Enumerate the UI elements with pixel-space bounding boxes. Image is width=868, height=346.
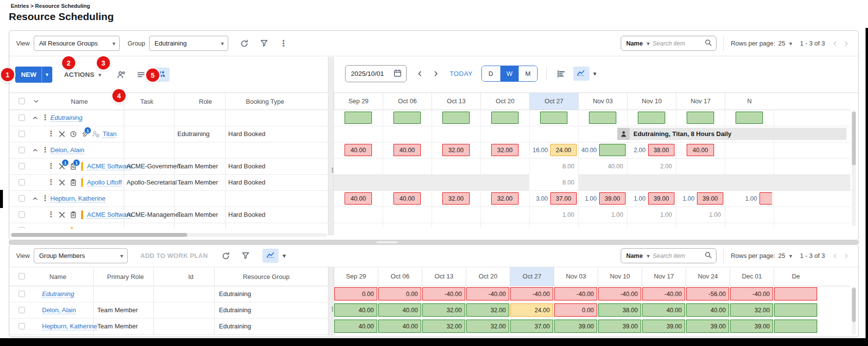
date-column-header[interactable]: N — [725, 93, 774, 110]
capacity-cell[interactable]: 39.00 — [686, 320, 729, 333]
clipboard-icon[interactable]: 1 — [69, 162, 77, 170]
schedule-cell[interactable]: 8.00 — [529, 158, 578, 174]
date-column-header[interactable]: Nov 03 — [578, 93, 627, 110]
schedule-cell[interactable]: 1.00 — [627, 207, 676, 223]
capacity-cell[interactable]: 40.00 — [642, 303, 685, 317]
chevron-down-icon[interactable]: ▾ — [593, 70, 597, 77]
table-row[interactable] — [9, 223, 328, 229]
schedule-cell[interactable]: 37.00 — [510, 318, 554, 334]
capacity-cell[interactable]: 39.00 — [642, 320, 685, 333]
schedule-cell[interactable]: 32.00 — [422, 302, 466, 318]
schedule-cell[interactable]: 39.00 — [730, 318, 774, 334]
allocation-box[interactable]: 39.00 — [697, 192, 723, 205]
next-page-icon[interactable] — [843, 253, 849, 259]
capacity-cell[interactable]: 38.00 — [598, 303, 641, 317]
schedule-row[interactable]: 40.0040.0032.0032.003.0037.001.0039.001.… — [334, 190, 850, 207]
row-kebab-icon[interactable]: ⋮ — [47, 179, 55, 186]
schedule-cell[interactable]: -40.00 — [466, 286, 510, 302]
schedule-row[interactable]: 40.0040.0032.0032.0016.0024.0040.002.003… — [334, 142, 850, 159]
schedule-cell[interactable]: 40.00 — [334, 318, 378, 334]
tools-icon[interactable] — [58, 178, 66, 186]
date-column-header[interactable]: Oct 20 — [466, 267, 510, 286]
capacity-cell[interactable]: -56.00 — [686, 287, 729, 300]
schedule-cell[interactable]: 40.00 — [676, 142, 725, 158]
table-row[interactable]: ⋮Delon, Alain — [9, 142, 328, 159]
today-button[interactable]: TODAY — [450, 70, 473, 77]
date-column-header[interactable]: Nov 24 — [686, 267, 730, 286]
capacity-cell[interactable]: 32.00 — [466, 303, 509, 317]
chevron-down-icon[interactable]: ▾ — [789, 253, 792, 259]
prev-page-icon[interactable] — [832, 253, 839, 259]
next-page-icon[interactable] — [843, 40, 849, 47]
row-kebab-icon[interactable]: ⋮ — [47, 130, 55, 138]
schedule-cell[interactable]: -40.00 — [554, 286, 598, 302]
capacity-cell[interactable]: -40.00 — [422, 287, 465, 300]
schedule-cell[interactable]: 1.0039.00 — [578, 190, 627, 207]
collapse-row-icon[interactable] — [32, 142, 39, 158]
drag-handle-icon[interactable]: ⋮ — [329, 168, 336, 172]
row-checkbox[interactable] — [19, 307, 25, 313]
capacity-cell[interactable]: 40.00 — [334, 320, 377, 333]
allocation-box[interactable]: 32.00 — [442, 144, 470, 156]
date-input[interactable]: 2025/10/01 — [345, 65, 407, 82]
person-clock-icon[interactable] — [91, 130, 100, 138]
schedule-cell[interactable] — [774, 318, 818, 334]
capacity-cell[interactable]: 40.00 — [334, 303, 377, 317]
tools-icon[interactable]: 1 — [58, 162, 66, 170]
new-button[interactable]: NEW ▾ — [15, 67, 52, 83]
group-name-link[interactable]: Edutraining — [50, 114, 83, 122]
allocation-box[interactable] — [491, 112, 519, 124]
search-input[interactable]: Name ▾ Search item — [621, 36, 716, 51]
schedule-cell[interactable]: 40.00 — [686, 302, 730, 318]
capacity-cell[interactable]: -40.00 — [466, 287, 509, 300]
search-field-selector[interactable]: Name — [626, 253, 643, 259]
schedule-cell[interactable]: 16.0024.00 — [529, 142, 578, 158]
row-checkbox[interactable] — [19, 179, 25, 185]
list-view-icon[interactable] — [134, 69, 147, 81]
group-select[interactable]: Edutraining ▾ — [149, 36, 228, 51]
schedule-cell[interactable]: 1.0039.00 — [627, 190, 676, 207]
schedule-cell[interactable]: -40.00 — [598, 286, 642, 302]
date-column-header[interactable]: Nov 17 — [642, 267, 686, 286]
schedule-cell[interactable] — [432, 110, 480, 126]
filter-icon[interactable] — [239, 250, 252, 262]
row-checkbox[interactable] — [19, 211, 25, 218]
schedule-cell[interactable]: 1.00 — [676, 207, 725, 223]
schedule-cell[interactable]: 2.0038.00 — [627, 142, 676, 158]
schedule-cell[interactable]: 32.00 — [466, 302, 510, 318]
row-checkbox[interactable] — [19, 163, 25, 169]
capacity-cell[interactable]: 39.00 — [554, 320, 597, 333]
schedule-cell[interactable]: 32.00 — [432, 142, 480, 158]
allocation-box[interactable] — [540, 112, 567, 124]
capacity-cell[interactable]: 40.00 — [378, 303, 421, 317]
actions-button[interactable]: ACTIONS ▾ — [64, 71, 101, 78]
gantt-view-icon[interactable] — [555, 68, 567, 80]
date-column-header[interactable]: Oct 06 — [378, 267, 422, 286]
schedule-cell[interactable]: 40.00 — [383, 190, 432, 207]
date-column-header[interactable]: Nov 17 — [676, 93, 725, 110]
schedule-cell[interactable]: 40.00 — [383, 142, 432, 158]
schedule-cell[interactable]: 39.00 — [554, 318, 598, 334]
date-column-header[interactable]: Oct 27 — [510, 267, 554, 286]
allocation-box[interactable]: 40.00 — [393, 144, 421, 156]
clipboard-icon[interactable] — [69, 210, 77, 219]
item-name-link[interactable]: Apollo Liftoff — [87, 179, 122, 186]
schedule-cell[interactable]: 40.00 — [334, 142, 383, 158]
schedule-cell[interactable]: -40.00 — [510, 286, 554, 302]
capacity-cell[interactable]: -40.00 — [642, 287, 685, 300]
date-column-header[interactable]: Nov 10 — [598, 267, 642, 286]
collapse-row-icon[interactable] — [32, 190, 39, 207]
schedule-cell[interactable]: 32.00 — [730, 302, 774, 318]
prev-period-icon[interactable] — [413, 68, 426, 80]
column-header-id[interactable]: Id — [188, 267, 194, 286]
row-kebab-icon[interactable]: ⋮ — [47, 162, 55, 170]
allocation-box[interactable]: 40.00 — [687, 144, 714, 156]
booking-bar[interactable]: Edutraining, Titan, 8 Hours Daily — [617, 128, 846, 140]
schedule-row[interactable]: 8.0040.002.00 — [334, 158, 850, 175]
schedule-cell[interactable]: -56.00 — [686, 286, 730, 302]
schedule-cell[interactable]: 1.0039.00 — [676, 190, 725, 207]
row-checkbox[interactable] — [19, 131, 25, 137]
item-name-link[interactable]: Titan — [103, 130, 116, 138]
rows-per-page-value[interactable]: 25 — [778, 40, 785, 47]
view-select[interactable]: All Resource Groups ▾ — [34, 36, 120, 51]
